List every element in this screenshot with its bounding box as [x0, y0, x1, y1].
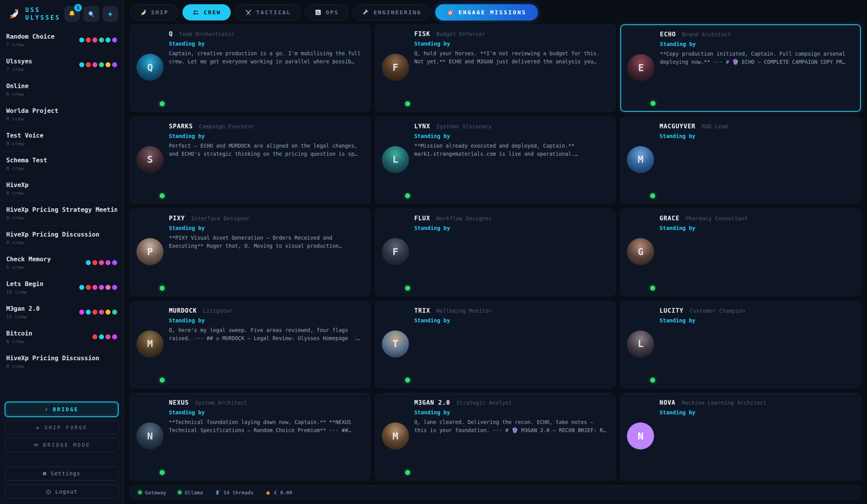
crew-member-role: Customer Champion: [690, 308, 745, 314]
sidebar-project-item[interactable]: Worlda Project 0 crew: [0, 102, 123, 127]
crew-card[interactable]: P PIXY Interface Designer Standing by **…: [130, 209, 370, 296]
crew-last-message: **Mission already executed and deployed,…: [414, 142, 607, 158]
online-status-dot: [160, 193, 165, 198]
crew-card[interactable]: F FLUX Workflow Designer Standing by: [375, 209, 616, 296]
sidebar-project-item[interactable]: Ulssyes 7 crew: [0, 53, 123, 77]
bridge-button[interactable]: ⚡ BRIDGE: [5, 402, 119, 417]
project-crew-count: 0 crew: [6, 165, 117, 171]
tab-tactical-label: TACTICAL: [256, 9, 291, 15]
crew-card[interactable]: T TRIX Wellbeing Monitor Standing by: [375, 301, 616, 388]
status-bar: Gateway Ollama 14 threads: [130, 485, 861, 499]
sidebar-project-item[interactable]: Random Choice 7 crew: [0, 28, 123, 53]
crew-member-status: Standing by: [169, 133, 361, 139]
crew-card[interactable]: E ECHO Brand Architect Standing by **Cop…: [620, 24, 861, 112]
message-text: **PIXY Visual Asset Generation — Orders …: [169, 235, 342, 250]
avatar-initial: E: [638, 62, 644, 73]
engage-missions-button[interactable]: ENGAGE MISSIONS: [435, 4, 538, 20]
online-status-dot: [650, 286, 655, 291]
project-name: Ulssyes: [6, 58, 79, 65]
crew-card[interactable]: S SPARKS Campaign Executor Standing by P…: [130, 117, 370, 204]
sidebar-project-item[interactable]: HiveXp Pricing Strategy Meeting 0 crew: [0, 201, 123, 226]
crew-member-name: Q: [169, 31, 173, 37]
rocket-icon: [140, 9, 147, 16]
footer-spacer: [5, 455, 119, 462]
rocket-icon: [6, 6, 21, 22]
project-name: HiveXp Pricing Strategy Meeting: [6, 206, 117, 213]
sidebar-project-item[interactable]: HiveXp 0 crew: [0, 176, 123, 201]
avatar-initial: S: [147, 154, 153, 165]
crew-card[interactable]: L LUCITY Customer Champion Standing by: [620, 301, 861, 388]
crossed-swords-icon: [245, 9, 252, 16]
project-name: HiveXp Pricing Discussion: [6, 231, 117, 238]
online-status-dot: [405, 193, 410, 198]
crew-member-name: TRIX: [414, 307, 430, 314]
crew-member-status: Standing by: [169, 225, 361, 231]
crew-member-status: Standing by: [659, 409, 852, 415]
crew-member-role: Brand Architect: [682, 31, 731, 37]
bridge-mode-button[interactable]: BRIDGE MODE: [5, 438, 119, 452]
avatar: F: [382, 54, 409, 81]
crew-card[interactable]: L LYNX Systems Visionary Standing by **M…: [375, 117, 616, 204]
project-crew-count: 0 crew: [6, 141, 117, 146]
wrench-icon: [362, 9, 369, 16]
crew-member-name: NEXUS: [169, 399, 189, 406]
sidebar-project-item[interactable]: Schema Test 0 crew: [0, 152, 123, 176]
crew-member-name: LYNX: [414, 123, 430, 130]
sidebar-project-item[interactable]: Bitcoin 4 crew: [0, 325, 123, 349]
lightning-icon: ⚡: [45, 406, 49, 412]
cost-indicator: € 0.00: [265, 490, 292, 495]
crew-card[interactable]: N NEXUS System Architect Standing by **T…: [130, 393, 370, 480]
crew-last-message: Perfect — ECHO and MURDOCK are aligned o…: [169, 142, 361, 158]
tab-crew-label: CREW: [204, 9, 221, 15]
sidebar: USS ULYSSES 5 +: [0, 0, 124, 504]
crew-card[interactable]: G GRACE Pharmacy Consultant Standing by: [620, 209, 861, 296]
settings-button[interactable]: ⚙ Settings: [5, 467, 119, 480]
project-name: HiveXp Pricing Discussion: [6, 354, 117, 362]
tab-tactical[interactable]: TACTICAL: [235, 4, 301, 20]
project-name: Online: [6, 82, 117, 90]
tab-engineering[interactable]: ENGINEERING: [353, 4, 431, 20]
sidebar-project-item[interactable]: HiveXp Pricing Discussion 0 crew: [0, 349, 123, 374]
message-text: **Technical foundation laying down now, …: [169, 419, 351, 433]
crew-card[interactable]: F FISK Budget Enforcer Standing by Q, ho…: [375, 24, 616, 112]
crew-last-message: Q, hold your horses. **I'm not reviewing…: [414, 49, 607, 66]
avatar-initial: F: [392, 246, 398, 257]
crew-card[interactable]: M MACGUYVER R&D Lead Standing by: [620, 117, 861, 204]
tab-crew[interactable]: CREW: [182, 4, 231, 20]
ship-forge-button[interactable]: ◈ SHIP FORGE: [5, 421, 119, 434]
tab-ops[interactable]: OPS: [305, 4, 349, 20]
project-crew-count: 15 crew: [6, 289, 79, 295]
notifications-button[interactable]: 5: [65, 6, 80, 22]
project-crew-count: 0 crew: [6, 91, 117, 97]
green-status-dot: [178, 490, 182, 494]
sidebar-project-item[interactable]: HiveXp Pricing Discussion 0 crew: [0, 226, 123, 250]
crew-card[interactable]: M M3GAN 2.0 Strategic Analyst Standing b…: [375, 393, 616, 480]
online-status-dot: [650, 193, 655, 198]
logout-button[interactable]: Logout: [5, 485, 119, 499]
search-button[interactable]: [83, 6, 99, 22]
crew-card[interactable]: N NOVA Machine Learning Architect Standi…: [620, 393, 861, 480]
sidebar-project-item[interactable]: Lets Begin 15 crew: [0, 275, 123, 300]
app-title-line1: USS: [25, 6, 60, 14]
add-project-button[interactable]: +: [103, 6, 118, 22]
crew-card[interactable]: M MURDOCK Litigator Standing by Q, here'…: [130, 301, 370, 388]
crew-member-role: System Architect: [195, 400, 247, 406]
crew-card[interactable]: Q Q Team Orchestrator Standing by Captai…: [130, 24, 370, 112]
settings-button-label: Settings: [51, 470, 80, 477]
crew-member-name: M3GAN 2.0: [414, 399, 450, 406]
project-name: M3gan 2.0: [6, 305, 79, 312]
sidebar-project-item[interactable]: M3gan 2.0 15 crew: [0, 300, 123, 325]
tab-engineering-label: ENGINEERING: [373, 9, 421, 15]
project-crew-count: 0 crew: [6, 363, 117, 369]
crew-member-status: Standing by: [659, 133, 852, 139]
online-status-dot: [651, 101, 656, 106]
crew-member-status: Standing by: [659, 317, 852, 324]
sidebar-project-item[interactable]: Online 0 crew: [0, 77, 123, 102]
crew-color-dots: [79, 62, 117, 67]
engage-missions-label: ENGAGE MISSIONS: [458, 9, 526, 15]
sidebar-project-item[interactable]: Check Memory 5 crew: [0, 250, 123, 275]
crew-card-grid: Q Q Team Orchestrator Standing by Captai…: [130, 24, 861, 480]
sidebar-project-item[interactable]: Test Voice 0 crew: [0, 127, 123, 152]
tab-ship[interactable]: SHIP: [130, 4, 178, 20]
avatar: L: [382, 146, 409, 173]
